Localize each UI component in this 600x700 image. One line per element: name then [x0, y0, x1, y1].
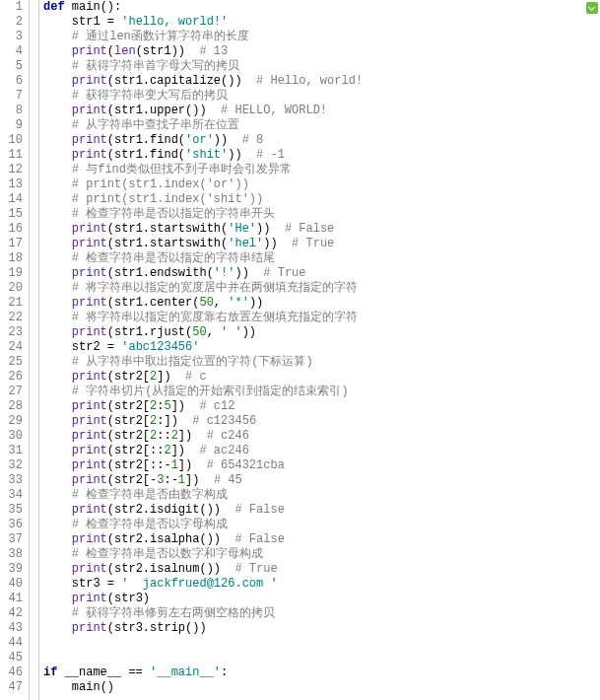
code-line[interactable]: print(str1.find('shit')) # -1 [43, 148, 600, 163]
token-cmt: # 检查字符串是否以数字和字母构成 [72, 547, 263, 561]
code-line[interactable]: print(str1.startswith('hel')) # True [43, 237, 600, 251]
code-line[interactable]: # 检查字符串是否以指定的字符串开头 [43, 207, 600, 222]
token-cmt: # 检查字符串是否以指定的字符串开头 [72, 207, 275, 221]
token-cmt: # 字符串切片(从指定的开始索引到指定的结束索引) [72, 385, 349, 398]
code-line[interactable]: print(str1.center(50, '*')) [43, 296, 600, 311]
code-line[interactable]: # 通过len函数计算字符串的长度 [43, 30, 600, 44]
code-line[interactable]: # 获得字符串修剪左右两侧空格的拷贝 [43, 606, 600, 621]
code-line[interactable]: print(str2[2:5]) # c12 [43, 399, 600, 414]
code-line[interactable]: # 检查字符串是否以指定的字符串结尾 [43, 251, 600, 266]
code-line[interactable]: # 从字符串中取出指定位置的字符(下标运算) [43, 355, 600, 370]
code-line[interactable]: if __name__ == '__main__': [43, 665, 600, 680]
code-line[interactable]: # 将字符串以指定的宽度靠右放置左侧填充指定的字符 [43, 311, 600, 325]
token-op [65, 0, 72, 14]
token-bi: print [72, 222, 107, 236]
line-number: 30 [2, 429, 23, 444]
code-line[interactable]: str2 = 'abc123456' [43, 340, 600, 355]
line-number: 43 [2, 621, 23, 636]
code-line[interactable]: # print(str1.index('shit')) [43, 192, 600, 207]
token-str: '__main__' [150, 665, 221, 679]
token-op: (str1.find( [107, 133, 185, 147]
token-cmt: # 获得字符串修剪左右两侧空格的拷贝 [72, 606, 275, 620]
code-line[interactable]: # 从字符串中查找子串所在位置 [43, 118, 600, 133]
line-number: 45 [2, 651, 23, 665]
token-op: :: [157, 429, 170, 443]
line-number: 27 [2, 385, 23, 399]
code-line[interactable]: print(str2.isalpha()) # False [43, 532, 600, 547]
token-cmt: # 将字符串以指定的宽度居中并在两侧填充指定的字符 [72, 281, 358, 295]
code-line[interactable]: str1 = 'hello, world!' [43, 15, 600, 30]
code-line[interactable]: # 获得字符串变大写后的拷贝 [43, 89, 600, 104]
line-number: 4 [2, 44, 23, 59]
token-cmt: # True [234, 562, 277, 576]
token-op: (str1.center( [107, 296, 200, 310]
code-line[interactable]: print(str2.isdigit()) # False [43, 503, 600, 518]
code-line[interactable]: print(str2[-3:-1]) # 45 [43, 473, 600, 488]
code-line[interactable]: print(str1.rjust(50, ' ')) [43, 325, 600, 340]
line-number: 2 [2, 15, 23, 30]
line-number: 21 [2, 296, 23, 311]
token-cmt: # print(str1.index('or')) [72, 177, 249, 191]
code-line[interactable]: def main(): [43, 0, 600, 15]
token-bi: print [72, 237, 107, 250]
code-line[interactable]: print(str2[2:]) # c123456 [43, 414, 600, 429]
token-num: 5 [164, 399, 170, 413]
line-number: 29 [2, 414, 23, 429]
line-number: 28 [2, 399, 23, 414]
token-cmt: # Hello, world! [256, 74, 363, 88]
code-line[interactable]: print(str1.endswith('!')) # True [43, 266, 600, 281]
line-number-gutter: 1234567891011121314151617181920212223242… [0, 0, 30, 700]
token-bi: len [114, 44, 136, 58]
code-line[interactable] [43, 636, 600, 651]
token-bi: print [72, 325, 107, 339]
token-str: '*' [228, 296, 249, 310]
line-number: 41 [2, 592, 23, 606]
token-bi: print [72, 44, 107, 58]
token-op: __name__ == [57, 665, 150, 679]
code-line[interactable]: # print(str1.index('or')) [43, 177, 600, 192]
code-line[interactable]: # 获得字符串首字母大写的拷贝 [43, 59, 600, 74]
token-op: str2 = [72, 340, 121, 354]
line-number: 7 [2, 89, 23, 104]
token-op: (str2.isalnum()) [107, 562, 235, 576]
code-line[interactable]: # 检查字符串是否由数字构成 [43, 488, 600, 503]
code-line[interactable] [43, 651, 600, 665]
token-bi: print [72, 399, 107, 413]
token-cmt: # False [285, 222, 334, 236]
code-editor-area[interactable]: def main(): str1 = 'hello, world!' # 通过l… [39, 0, 600, 700]
line-number: 23 [2, 325, 23, 340]
token-str: 'or' [185, 133, 214, 147]
token-num: 1 [171, 458, 178, 472]
token-op: (str2[ [107, 414, 150, 428]
code-line[interactable]: print(str2.isalnum()) # True [43, 562, 600, 577]
token-op: :- [164, 473, 177, 487]
token-cmt: # 8 [242, 133, 264, 147]
code-line[interactable]: print(str3) [43, 592, 600, 606]
token-bi: print [72, 592, 107, 605]
token-bi: print [72, 562, 107, 576]
token-cmt: # c12 [199, 399, 234, 413]
token-cmt: # -1 [256, 148, 285, 162]
code-line[interactable]: # 字符串切片(从指定的开始索引到指定的结束索引) [43, 385, 600, 399]
code-line[interactable]: print(str3.strip()) [43, 621, 600, 636]
code-line[interactable]: print(str2[2]) # c [43, 370, 600, 385]
code-line[interactable]: print(str1.find('or')) # 8 [43, 133, 600, 148]
line-number: 19 [2, 266, 23, 281]
code-line[interactable]: print(len(str1)) # 13 [43, 44, 600, 59]
token-cmt: # 654321cba [207, 458, 285, 472]
code-line[interactable]: # 将字符串以指定的宽度居中并在两侧填充指定的字符 [43, 281, 600, 296]
code-line[interactable]: print(str1.startswith('He')) # False [43, 222, 600, 237]
code-line[interactable]: # 检查字符串是否以字母构成 [43, 518, 600, 532]
code-line[interactable]: print(str2[2::2]) # c246 [43, 429, 600, 444]
code-line[interactable]: print(str1.upper()) # HELLO, WORLD! [43, 104, 600, 118]
code-line[interactable]: print(str1.capitalize()) # Hello, world! [43, 74, 600, 89]
code-line[interactable]: print(str2[::2]) # ac246 [43, 444, 600, 458]
line-number: 22 [2, 311, 23, 325]
token-bi: print [72, 104, 107, 117]
token-op: (str1.capitalize()) [107, 74, 256, 88]
code-line[interactable]: print(str2[::-1]) # 654321cba [43, 458, 600, 473]
code-line[interactable]: # 检查字符串是否以数字和字母构成 [43, 547, 600, 562]
code-line[interactable]: str3 = ' jackfrued@126.com ' [43, 577, 600, 592]
code-line[interactable]: # 与find类似但找不到子串时会引发异常 [43, 163, 600, 177]
code-line[interactable]: main() [43, 680, 600, 695]
